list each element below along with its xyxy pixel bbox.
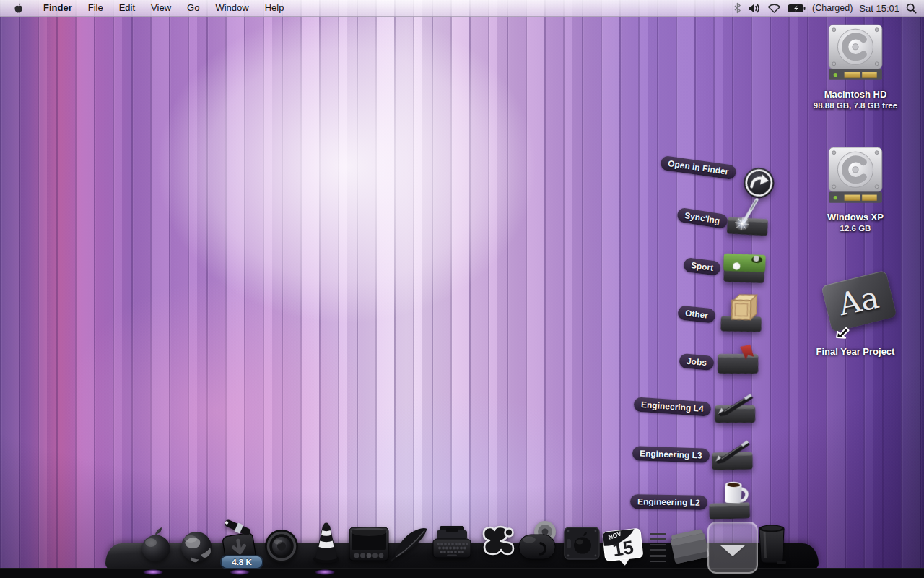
other-folder-icon[interactable] — [715, 288, 770, 341]
dock-downloads-box-icon[interactable] — [707, 522, 758, 574]
volume-detail: 12.6 GB — [840, 224, 871, 233]
bluetooth-icon[interactable] — [733, 2, 741, 14]
dock-calendar-icon[interactable]: NOV 15 — [600, 525, 646, 572]
dock-trash-icon[interactable] — [754, 522, 791, 569]
menu-window[interactable]: Window — [207, 0, 256, 16]
desktop-icon-macintosh-hd[interactable]: Macintosh HD 98.88 GB, 7.8 GB free — [801, 23, 910, 110]
volume-name: Macintosh HD — [824, 88, 887, 101]
dock-bottom-bar — [0, 568, 924, 578]
battery-status-text: (Charged) — [812, 3, 853, 13]
calendar-day-text: 15 — [611, 536, 635, 561]
dock-headphones-player-icon[interactable] — [516, 517, 561, 566]
apple-logo-icon — [13, 2, 24, 14]
engineering-l4-folder-icon[interactable] — [710, 383, 762, 432]
syncing-folder-icon[interactable] — [721, 193, 777, 246]
menu-help[interactable]: Help — [257, 0, 292, 16]
engineering-l2-folder-icon[interactable] — [705, 475, 756, 524]
menu-go[interactable]: Go — [179, 0, 207, 16]
menu-view[interactable]: View — [143, 0, 179, 16]
menu-clock[interactable]: Sat 15:01 — [859, 3, 899, 14]
menu-edit[interactable]: Edit — [111, 0, 143, 16]
desktop-wallpaper — [0, 0, 924, 578]
menu-bar: Finder File Edit View Go Window Help (Ch… — [0, 0, 924, 17]
dock-quill-feather-icon[interactable] — [388, 519, 430, 569]
dock-traffic-cone-icon[interactable] — [306, 517, 346, 568]
stack-item-engineering-l3[interactable]: Engineering L3 — [632, 446, 710, 463]
desktop-icon-final-year-project[interactable]: Aa Final Year Project — [801, 273, 910, 358]
dock-speaker-icon[interactable] — [261, 522, 302, 566]
menu-finder[interactable]: Finder — [35, 0, 80, 16]
folder-icon-text: Aa — [837, 282, 882, 321]
dock-media-player-icon[interactable] — [348, 526, 390, 566]
volume-detail: 98.88 GB, 7.8 GB free — [814, 101, 897, 110]
alias-arrow-icon — [834, 325, 850, 341]
download-speed-badge: 4.8 K — [220, 555, 263, 569]
jobs-folder-icon[interactable] — [712, 336, 766, 386]
chevron-down-icon — [720, 545, 745, 556]
dock-separator — [650, 532, 666, 562]
battery-icon[interactable] — [788, 4, 806, 13]
volume-name: Windows XP — [827, 211, 884, 224]
sport-folder-icon[interactable] — [718, 241, 773, 294]
aa-folder-icon: Aa — [821, 270, 897, 332]
spotlight-search-icon[interactable] — [906, 3, 917, 14]
alias-name: Final Year Project — [816, 345, 895, 358]
dock-black-apple-icon[interactable] — [135, 522, 177, 566]
apple-menu[interactable] — [0, 2, 35, 14]
dock-earth-globe-icon[interactable] — [175, 522, 217, 566]
dock-messenger-icon[interactable] — [476, 522, 516, 566]
menu-file[interactable]: File — [80, 0, 111, 16]
hard-drive-icon — [824, 146, 886, 208]
engineering-l3-folder-icon[interactable] — [707, 431, 759, 478]
hard-drive-icon — [824, 23, 886, 85]
stack-item-jobs[interactable]: Jobs — [679, 353, 715, 371]
dock-apple-box-icon[interactable] — [561, 522, 603, 566]
dock-documents-stack-icon[interactable] — [668, 522, 712, 568]
wifi-icon[interactable] — [767, 3, 781, 13]
desktop-icon-windows-xp[interactable]: Windows XP 12.6 GB — [801, 146, 910, 233]
volume-icon[interactable] — [748, 3, 761, 14]
stack-item-engineering-l2[interactable]: Engineering L2 — [630, 494, 707, 510]
dock-typewriter-icon[interactable] — [430, 522, 474, 566]
